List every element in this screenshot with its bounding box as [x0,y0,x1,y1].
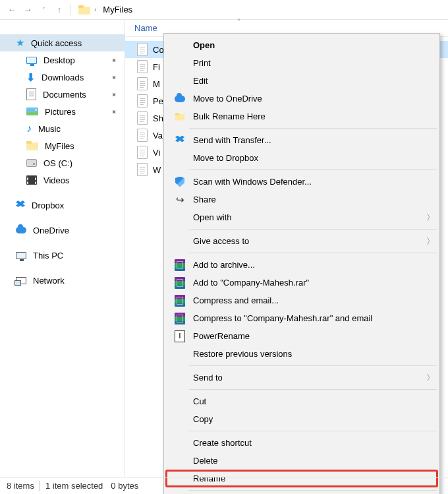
file-name: Vi [153,148,160,158]
sidebar-label: Quick access [31,38,82,48]
desktop-icon [26,57,37,64]
menu-powerrename[interactable]: IPowerRename [165,327,438,345]
status-size: 0 bytes [111,481,138,491]
menu-copy[interactable]: Copy [165,410,438,428]
nav-back-button[interactable]: ← [4,2,20,18]
folder-icon [26,141,38,150]
sidebar-item-pictures[interactable]: Pictures ✦ [0,103,125,120]
nav-up-button[interactable]: ↑ [51,2,67,18]
menu-give-access[interactable]: Give access to〉 [165,232,438,250]
sidebar-label: Music [38,124,61,134]
menu-share[interactable]: ↪Share [165,191,438,208]
document-icon [137,94,148,108]
network-icon [16,277,26,284]
onedrive-icon [175,96,185,102]
navbar: ← → ˅ ↑ › MyFiles [0,0,448,20]
shield-icon [175,177,184,187]
menu-create-shortcut[interactable]: Create shortcut [165,434,438,452]
menu-restore-versions[interactable]: Restore previous versions [165,345,438,363]
breadcrumb: › MyFiles [78,3,135,16]
archive-icon [175,259,185,271]
drive-icon [26,159,37,167]
status-selected: 1 item selected [45,481,103,491]
nav-divider [70,4,70,16]
menu-add-named-rar[interactable]: Add to "Company-Mahesh.rar" [165,274,438,292]
menu-print[interactable]: Print [165,54,438,72]
sidebar: ★ Quick access Desktop ✦ ⬇ Downloads ✦ D… [0,20,125,477]
document-icon [137,146,148,159]
sidebar-dropbox[interactable]: Dropbox [0,197,125,214]
sidebar-item-videos[interactable]: Videos [0,171,125,189]
sidebar-label: Dropbox [32,201,64,210]
file-name: M [153,79,160,89]
star-icon: ★ [16,37,24,49]
menu-add-archive[interactable]: Add to archive... [165,256,438,274]
menu-delete[interactable]: Delete [165,452,438,470]
menu-separator [189,170,437,170]
menu-cut[interactable]: Cut [165,392,438,410]
document-icon [137,111,148,125]
folder-icon [78,5,90,15]
menu-bulk-rename[interactable]: Bulk Rename Here [165,108,438,125]
breadcrumb-folder[interactable]: MyFiles [100,3,135,16]
sidebar-network[interactable]: Network [0,272,125,289]
dropbox-icon [16,201,25,210]
document-icon [137,43,148,56]
menu-separator [189,229,437,230]
column-header-label: Name [134,23,157,33]
sidebar-item-osc[interactable]: OS (C:) [0,154,125,171]
column-header-name[interactable]: ˄ Name [125,23,349,33]
menu-open-with[interactable]: Open with〉 [165,208,438,226]
pin-icon: ✦ [109,89,119,100]
pictures-icon [26,108,38,115]
download-icon: ⬇ [26,71,35,84]
sidebar-label: MyFiles [45,141,74,151]
submenu-arrow-icon: 〉 [426,212,438,224]
menu-separator [189,431,437,431]
sidebar-quick-access[interactable]: ★ Quick access [0,34,125,51]
sidebar-onedrive[interactable]: OneDrive [0,222,125,239]
pin-icon: ✦ [109,106,119,117]
menu-separator [189,389,437,390]
sidebar-item-documents[interactable]: Documents ✦ [0,86,125,103]
share-icon: ↪ [173,194,186,206]
sort-asc-icon: ˄ [237,18,240,25]
nav-recent-dropdown[interactable]: ˅ [36,2,51,18]
archive-icon [175,295,185,307]
status-item-count: 8 items [7,481,34,491]
menu-send-transfer[interactable]: Send with Transfer... [165,131,438,149]
menu-send-to[interactable]: Send to〉 [165,369,438,386]
onedrive-icon [16,227,26,233]
menu-compress-named-email[interactable]: Compress to "Company-Mahesh.rar" and ema… [165,309,438,327]
sidebar-item-desktop[interactable]: Desktop ✦ [0,51,125,69]
sidebar-label: Downloads [42,73,84,82]
menu-move-dropbox[interactable]: Move to Dropbox [165,149,438,167]
menu-scan-defender[interactable]: Scan with Windows Defender... [165,173,438,191]
sidebar-label: Pictures [45,107,76,117]
rename-icon [175,113,184,120]
file-name: Pe [153,96,163,106]
menu-edit[interactable]: Edit [165,72,438,90]
menu-move-onedrive[interactable]: Move to OneDrive [165,90,438,108]
menu-separator [189,128,437,129]
sidebar-label: This PC [33,251,63,261]
sidebar-label: Network [33,276,65,286]
archive-icon [175,277,185,289]
sidebar-label: OneDrive [33,226,69,235]
pin-icon: ✦ [109,72,119,82]
document-icon [137,77,148,90]
sidebar-label: OS (C:) [43,158,72,168]
menu-separator [189,365,437,366]
pin-icon: ✦ [109,55,119,65]
sidebar-item-myfiles[interactable]: MyFiles [0,137,125,154]
sidebar-item-music[interactable]: ♪ Music [0,120,125,137]
document-icon [137,163,148,176]
menu-open[interactable]: Open [165,36,438,54]
sidebar-item-downloads[interactable]: ⬇ Downloads ✦ [0,69,125,86]
nav-forward-button[interactable]: → [20,2,36,18]
sidebar-thispc[interactable]: This PC [0,247,125,264]
context-menu: Open Print Edit Move to OneDrive Bulk Re… [163,33,440,494]
status-separator [40,481,40,491]
status-bar: 8 items 1 item selected 0 bytes [0,477,448,494]
menu-compress-email[interactable]: Compress and email... [165,292,438,309]
